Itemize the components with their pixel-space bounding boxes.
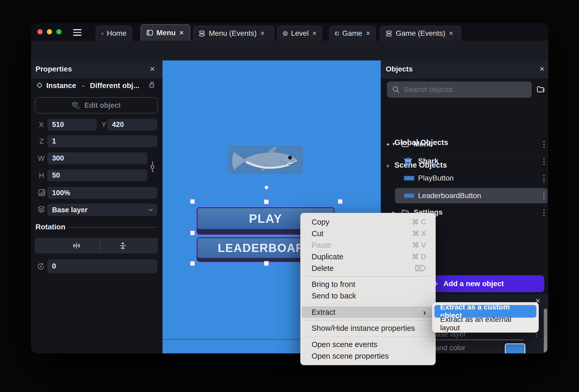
selection-handle-middle-left[interactable] xyxy=(190,230,195,236)
menu-divider xyxy=(305,336,431,337)
add-folder-icon[interactable] xyxy=(536,85,545,94)
tab-label: Level xyxy=(291,29,309,38)
menu-item-label: Open scene events xyxy=(312,340,377,349)
tab-label: Game (Events) xyxy=(396,29,445,38)
menu-item-duplicate[interactable]: Duplicate⌘ D xyxy=(301,251,435,262)
tree-row-leaderboardbutton-selected[interactable]: LeaderboardButton ⋮ xyxy=(395,188,547,203)
objects-title: Objects xyxy=(386,65,413,73)
cube-2d-icon xyxy=(72,101,80,109)
folder-icon xyxy=(401,140,409,148)
z-field[interactable] xyxy=(47,135,157,147)
tab-close-icon[interactable]: × xyxy=(179,29,184,37)
search-input[interactable] xyxy=(404,81,527,98)
close-icon[interactable]: × xyxy=(150,65,155,73)
submenu-item-label: Extract as an external layout xyxy=(440,315,531,332)
layer-select[interactable]: Base layer xyxy=(47,204,157,216)
kebab-icon[interactable]: ⋮ xyxy=(540,157,548,165)
tab-label: Menu xyxy=(156,29,176,37)
rotation-divider xyxy=(70,227,158,228)
w-label: W xyxy=(38,154,44,163)
selection-handle-top-right[interactable] xyxy=(338,199,343,204)
properties-title: Properties xyxy=(35,65,72,73)
x-field[interactable] xyxy=(47,119,97,131)
tab-level[interactable]: Level × xyxy=(277,26,322,41)
menu-item-delete[interactable]: Delete⌦ xyxy=(301,262,435,274)
unlock-icon[interactable] xyxy=(148,81,156,88)
menu-shortcut: ⌘ D xyxy=(412,252,426,261)
tree-row-label: LeaderboardButton xyxy=(418,192,481,200)
tree-row-shark[interactable]: Shark ⋮ xyxy=(381,154,548,168)
opacity-field[interactable] xyxy=(47,187,157,199)
properties-panel: Properties × Instance - Different obj...… xyxy=(31,60,162,353)
x-label: X xyxy=(39,121,44,129)
menu-item-paste: Paste⌘ V xyxy=(301,239,435,251)
selection-handle-bottom-middle[interactable] xyxy=(264,261,269,266)
menu-item-send-to-back[interactable]: Send to back xyxy=(301,290,435,302)
shark-image xyxy=(228,146,303,174)
shark-sprite[interactable] xyxy=(228,146,303,174)
delete-key-icon: ⌦ xyxy=(415,264,426,273)
tree-row-menu-folder[interactable]: ▾ Menu ⋮ xyxy=(381,137,548,152)
edit-object-button[interactable]: Edit object xyxy=(35,97,158,114)
selection-handle-top-left[interactable] xyxy=(190,199,195,204)
menu-item-label: Send to back xyxy=(312,292,356,300)
menu-item-bring-to-front[interactable]: Bring to front xyxy=(301,279,435,290)
menu-divider xyxy=(305,304,431,305)
kebab-icon[interactable]: ⋮ xyxy=(540,209,548,216)
rotation-field[interactable] xyxy=(47,259,157,273)
background-color-swatch[interactable] xyxy=(505,343,525,353)
tree-row-playbutton[interactable]: PlayButton ⋮ xyxy=(381,171,548,185)
rotate-handle[interactable] xyxy=(264,185,269,190)
instance-name: Different obj... xyxy=(90,81,146,90)
h-field[interactable] xyxy=(47,169,147,181)
menu-item-extract[interactable]: Extract› xyxy=(302,306,434,318)
y-field[interactable] xyxy=(107,119,157,131)
w-field[interactable] xyxy=(47,152,147,164)
selection-handle-top-middle[interactable] xyxy=(264,199,269,204)
window-zoom-button[interactable] xyxy=(56,29,62,34)
tab-game-events[interactable]: Game (Events) × xyxy=(380,26,461,41)
menu-item-open-scene-events[interactable]: Open scene events xyxy=(301,339,435,350)
tab-close-icon[interactable]: × xyxy=(366,29,370,38)
shark-thumbnail-icon xyxy=(404,157,412,165)
kebab-icon[interactable]: ⋮ xyxy=(540,140,548,148)
objects-header: Objects × xyxy=(381,60,548,78)
flip-horizontal-icon[interactable] xyxy=(73,242,80,250)
properties-header: Properties × xyxy=(31,60,162,78)
menu-item-show-hide-instance-properties[interactable]: Show/Hide instance properties xyxy=(301,323,435,334)
tab-close-icon[interactable]: × xyxy=(449,29,453,38)
expand-icon: ▾ xyxy=(392,141,395,147)
title-bar: Home Menu × Menu (Events) × Level × Game… xyxy=(31,23,548,41)
y-label: Y xyxy=(101,121,106,129)
tab-menu-events[interactable]: Menu (Events) × xyxy=(193,26,274,41)
main-menu-icon[interactable] xyxy=(73,29,82,36)
scrollbar[interactable] xyxy=(544,309,547,353)
close-icon[interactable]: × xyxy=(540,65,545,73)
add-new-object-label: Add a new object xyxy=(443,280,504,288)
tab-home[interactable]: Home xyxy=(96,26,132,41)
tab-label: Menu (Events) xyxy=(209,29,257,38)
selection-handle-bottom-left[interactable] xyxy=(190,261,195,266)
z-label: Z xyxy=(39,137,44,146)
edit-object-label: Edit object xyxy=(84,101,121,110)
menu-item-copy[interactable]: Copy⌘ C xyxy=(301,216,435,228)
tab-menu[interactable]: Menu × xyxy=(141,24,190,41)
window-close-button[interactable] xyxy=(37,29,43,34)
menu-item-cut[interactable]: Cut⌘ X xyxy=(301,228,435,239)
level-icon xyxy=(283,30,288,37)
link-wh-icon[interactable] xyxy=(150,154,155,180)
flip-vertical-icon[interactable] xyxy=(119,242,127,250)
scene-icon xyxy=(146,29,153,36)
menu-item-label: Extract xyxy=(312,308,335,317)
instance-dash: - xyxy=(82,81,84,90)
window-minimize-button[interactable] xyxy=(47,29,52,34)
kebab-icon[interactable]: ⋮ xyxy=(540,192,548,200)
menu-item-open-scene-properties[interactable]: Open scene properties xyxy=(301,350,435,362)
kebab-icon[interactable]: ⋮ xyxy=(540,174,548,182)
submenu-item-extract-external-layout[interactable]: Extract as an external layout xyxy=(434,318,536,330)
tab-close-icon[interactable]: × xyxy=(312,29,317,38)
tab-close-icon[interactable]: × xyxy=(260,29,265,38)
menu-item-label: Cut xyxy=(312,229,323,238)
menu-item-label: Paste xyxy=(312,241,331,250)
tab-game[interactable]: Game × xyxy=(329,26,376,41)
